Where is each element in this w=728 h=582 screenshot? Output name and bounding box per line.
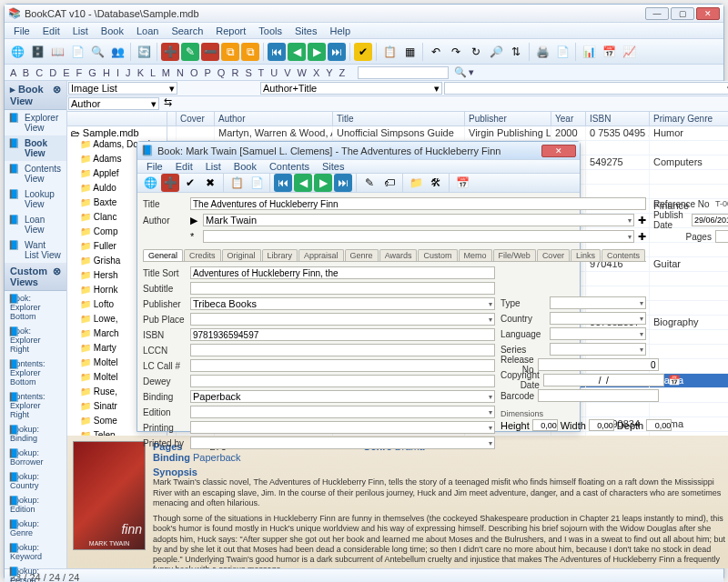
redo-icon[interactable]: ↷	[447, 43, 465, 61]
sidebar-custom-item[interactable]: Lookup: Person	[5, 564, 66, 582]
sidebar-item-loan[interactable]: Loan View	[5, 212, 66, 237]
loan-icon[interactable]: 👥	[108, 43, 126, 61]
column-header[interactable]: Year	[551, 112, 586, 125]
menu-report[interactable]: Report	[210, 25, 251, 37]
dlg-menu-sites[interactable]: Sites	[317, 160, 349, 173]
tab-credits[interactable]: Credits	[184, 249, 221, 261]
menu-search[interactable]: Search	[166, 25, 208, 37]
add-button[interactable]: ➕	[161, 43, 179, 61]
form-icon[interactable]: 📋	[380, 43, 399, 61]
undo-icon[interactable]: ↶	[427, 43, 445, 61]
pubdate-field[interactable]	[692, 214, 728, 226]
width-field[interactable]	[589, 419, 614, 431]
column-header[interactable]: Author	[215, 112, 333, 125]
edit-button[interactable]: ✎	[181, 43, 199, 61]
dlg-add-icon[interactable]: ➕	[161, 174, 179, 192]
dlg-globe-icon[interactable]: 🌐	[141, 174, 159, 192]
copyright-field[interactable]	[543, 374, 664, 386]
dlg-last-icon[interactable]: ⏭	[334, 174, 352, 192]
menu-loan[interactable]: Loan	[131, 25, 164, 37]
dlg-form-icon[interactable]: 📋	[228, 174, 246, 192]
country-combo[interactable]	[550, 312, 646, 325]
tab-original[interactable]: Original	[222, 249, 261, 261]
calendar-icon[interactable]: 📅	[600, 43, 618, 61]
tab-memo[interactable]: Memo	[459, 249, 492, 261]
type-combo[interactable]	[550, 296, 646, 309]
tab-appraisal[interactable]: Appraisal	[298, 249, 344, 261]
dialog-close-button[interactable]: ✕	[541, 145, 576, 157]
sidebar-custom-item[interactable]: Book: Explorer Bottom	[5, 291, 66, 324]
refresh2-icon[interactable]: ↻	[467, 43, 485, 61]
close-button[interactable]: ✕	[696, 7, 720, 20]
prev-icon[interactable]: ◀	[288, 43, 306, 61]
dlg-cancel-icon[interactable]: ✖	[201, 174, 219, 192]
dlg-edit-icon[interactable]: ✎	[360, 174, 379, 192]
first-icon[interactable]: ⏮	[268, 43, 286, 61]
dlg-first-icon[interactable]: ⏮	[274, 174, 292, 192]
barcode-field[interactable]	[538, 389, 659, 402]
alphabet-bar[interactable]: A B C D E F G H I J K L M N O P Q R S T …	[5, 65, 723, 81]
menu-help[interactable]: Help	[324, 25, 356, 37]
maximize-button[interactable]: ▢	[671, 7, 694, 20]
sidebar-views-header[interactable]: ▸ Book View⊗	[5, 81, 66, 110]
sidebar-custom-item[interactable]: Contents: Explorer Right	[5, 389, 66, 422]
menu-book[interactable]: Book	[96, 25, 129, 37]
series-combo[interactable]	[550, 343, 646, 356]
dlg-menu-edit[interactable]: Edit	[170, 160, 198, 173]
sort-combo[interactable]: Author+Title▾	[260, 82, 442, 95]
menu-sites[interactable]: Sites	[289, 25, 322, 37]
globe-icon[interactable]: 🌐	[8, 43, 26, 61]
publisher-combo[interactable]: Tribeca Books	[190, 297, 495, 310]
pubplace-combo[interactable]	[190, 313, 495, 326]
book-icon[interactable]: 📖	[48, 43, 66, 61]
author-combo[interactable]: Mark Twain	[203, 214, 634, 226]
author-filter-combo[interactable]: Author▾	[68, 97, 159, 110]
binding-combo[interactable]: Paperback	[190, 390, 495, 403]
column-header[interactable]	[167, 112, 177, 125]
printing-combo[interactable]	[190, 421, 495, 434]
menu-file[interactable]: File	[8, 25, 35, 37]
tree-root[interactable]: 🗁 Sample.mdb	[67, 126, 167, 139]
sidebar-custom-item[interactable]: Lookup: Keyword	[5, 540, 66, 564]
tab-file/web[interactable]: File/Web	[493, 249, 536, 261]
last-icon[interactable]: ⏭	[328, 43, 346, 61]
report-icon[interactable]: 📈	[620, 43, 638, 61]
tab-genre[interactable]: Genre	[345, 249, 379, 261]
tab-awards[interactable]: Awards	[379, 249, 418, 261]
dlg-tag-icon[interactable]: 🏷	[380, 174, 399, 192]
author2-combo[interactable]	[203, 230, 634, 243]
dlg-copy-icon[interactable]: 📄	[248, 174, 266, 192]
alphabet-letters[interactable]: A B C D E F G H I J K L M N O P Q R S T …	[10, 67, 347, 78]
title-sort-field[interactable]	[190, 266, 495, 279]
search-icon[interactable]: 🔎	[487, 43, 505, 61]
alphabet-search[interactable]	[358, 66, 449, 79]
sidebar-custom-item[interactable]: Lookup: Borrower	[5, 446, 66, 469]
sidebar-custom-header[interactable]: Custom Views⊗	[5, 263, 66, 291]
column-header[interactable]: Primary Genre	[650, 112, 728, 125]
dlg-folder-icon[interactable]: 📁	[407, 174, 425, 192]
dlg-menu-file[interactable]: File	[141, 160, 168, 173]
tab-general[interactable]: General	[143, 249, 183, 261]
dewey-field[interactable]	[190, 375, 495, 387]
grid-icon[interactable]: ▦	[400, 43, 419, 61]
sort-icon[interactable]: ⇅	[507, 43, 525, 61]
sidebar-item-book[interactable]: Book View	[5, 135, 66, 161]
dlg-prev-icon[interactable]: ◀	[294, 174, 312, 192]
dlg-tools-icon[interactable]: 🛠	[427, 174, 445, 192]
lookup-icon[interactable]: 🔍	[88, 43, 106, 61]
dlg-next-icon[interactable]: ▶	[314, 174, 332, 192]
image-list-combo[interactable]: Image List▾	[68, 82, 177, 95]
sidebar-custom-item[interactable]: Lookup: Country	[5, 469, 66, 493]
sidebar-custom-item[interactable]: Lookup: Genre	[5, 517, 66, 540]
tab-links[interactable]: Links	[571, 249, 601, 261]
pages-field[interactable]	[715, 230, 728, 243]
dlg-menu-contents[interactable]: Contents	[264, 160, 315, 173]
contents-icon[interactable]: 📄	[68, 43, 86, 61]
sidebar-item-explorer[interactable]: Explorer View	[5, 110, 66, 135]
table-row[interactable]: Martyn, Warren & Wood, AdrianUnofficial …	[167, 126, 728, 141]
printedby-combo[interactable]	[190, 436, 495, 449]
dlg-menu-list[interactable]: List	[200, 160, 227, 173]
lccn-field[interactable]	[190, 344, 495, 356]
dlg-check-icon[interactable]: ✔	[181, 174, 199, 192]
paste-button[interactable]: ⧉	[241, 43, 259, 61]
